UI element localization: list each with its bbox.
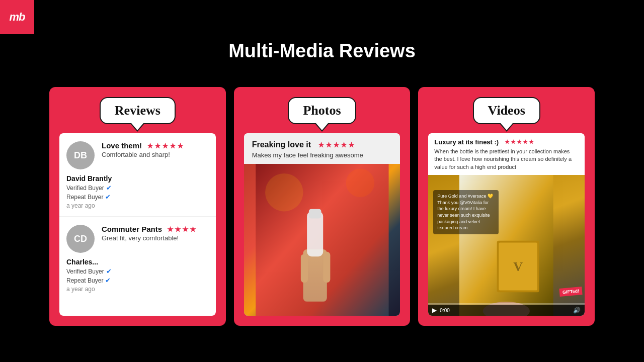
photo-art: [244, 164, 400, 316]
review-title-2: Commuter Pants ★ ★ ★ ★: [102, 225, 209, 233]
page-title: Multi-Media Reviews: [0, 0, 644, 82]
photos-inner: Freaking love it ★ ★ ★ ★ ★ Makes my face…: [244, 133, 400, 316]
stars-1: ★ ★ ★ ★ ★: [147, 142, 184, 150]
verified-badge-1: Verified Buyer ✔: [66, 184, 209, 192]
photos-card: Photos Freaking love it ★ ★ ★ ★ ★ Makes …: [234, 87, 411, 326]
stars-2: ★ ★ ★ ★: [167, 225, 196, 233]
reviews-card: Reviews DB Love them! ★ ★ ★ ★: [49, 87, 226, 326]
photo-review-desc: Makes my face feel freaking awesome: [252, 151, 392, 159]
reviewer-name-2: Charles...: [66, 258, 209, 266]
svg-text:V: V: [514, 260, 523, 275]
review-title-1: Love them! ★ ★ ★ ★ ★: [102, 141, 209, 150]
video-area: V Pure Gold and #versace 💛 Thank you @V0…: [428, 175, 585, 316]
video-time: 0:00: [440, 308, 449, 313]
photo-review-title: Freaking love it ★ ★ ★ ★ ★: [252, 140, 392, 149]
reviews-inner: DB Love them! ★ ★ ★ ★ ★ Com: [59, 133, 216, 316]
review-desc-2: Great fit, very comfortable!: [102, 234, 209, 242]
video-review-desc: When the bottle is the prettiest in your…: [434, 148, 579, 171]
volume-button[interactable]: 🔊: [573, 307, 581, 314]
photo-review-header: Freaking love it ★ ★ ★ ★ ★ Makes my face…: [244, 133, 400, 164]
videos-label: Videos: [473, 97, 540, 124]
play-button[interactable]: ▶: [432, 307, 437, 314]
video-controls: ▶ 0:00 🔊: [428, 305, 585, 316]
videos-inner: Luxury at its finest :) ★ ★ ★ ★ ★ When t…: [428, 133, 585, 316]
svg-point-1: [265, 173, 303, 212]
review-content-2: Commuter Pants ★ ★ ★ ★ Great fit, very c…: [102, 225, 209, 242]
repeat-badge-1: Repeat Buyer ✔: [66, 193, 209, 201]
avatar-db: DB: [66, 141, 95, 169]
logo: mb: [0, 0, 34, 34]
review-desc-1: Comfortable and sharp!: [102, 151, 209, 158]
reviews-label: Reviews: [100, 97, 176, 124]
svg-rect-7: [323, 252, 330, 283]
svg-point-2: [346, 168, 374, 197]
review-item-2: CD Commuter Pants ★ ★ ★ ★ Great fit, ver…: [59, 217, 216, 300]
verified-badge-2: Verified Buyer ✔: [66, 267, 209, 275]
photo-stars: ★ ★ ★ ★ ★: [318, 141, 355, 149]
video-stars: ★ ★ ★ ★ ★: [505, 139, 534, 145]
photo-image-area: [244, 164, 400, 316]
cards-container: Reviews DB Love them! ★ ★ ★ ★: [0, 87, 644, 326]
video-overlay-text: Pure Gold and #versace 💛 Thank you @V0Vi…: [433, 190, 499, 234]
svg-rect-5: [309, 209, 321, 219]
avatar-cd: CD: [66, 225, 95, 253]
video-review-title: Luxury at its finest :) ★ ★ ★ ★ ★: [434, 138, 579, 146]
review-header-1: DB Love them! ★ ★ ★ ★ ★ Com: [66, 141, 209, 169]
review-header-2: CD Commuter Pants ★ ★ ★ ★ Great fit, ver…: [66, 225, 209, 253]
review-time-1: a year ago: [66, 202, 209, 209]
logo-text: mb: [10, 11, 25, 24]
repeat-badge-2: Repeat Buyer ✔: [66, 277, 209, 284]
svg-rect-6: [301, 254, 308, 283]
review-content-1: Love them! ★ ★ ★ ★ ★ Comfortable and sha…: [102, 141, 209, 158]
photos-label: Photos: [288, 97, 356, 124]
review-time-2: a year ago: [66, 286, 209, 293]
photo-svg: [244, 164, 400, 316]
review-item-1: DB Love them! ★ ★ ★ ★ ★ Com: [59, 133, 216, 217]
reviewer-name-1: David Brantly: [66, 174, 209, 183]
video-review-header: Luxury at its finest :) ★ ★ ★ ★ ★ When t…: [428, 133, 585, 175]
videos-card: Videos Luxury at its finest :) ★ ★ ★ ★ ★…: [418, 87, 595, 326]
